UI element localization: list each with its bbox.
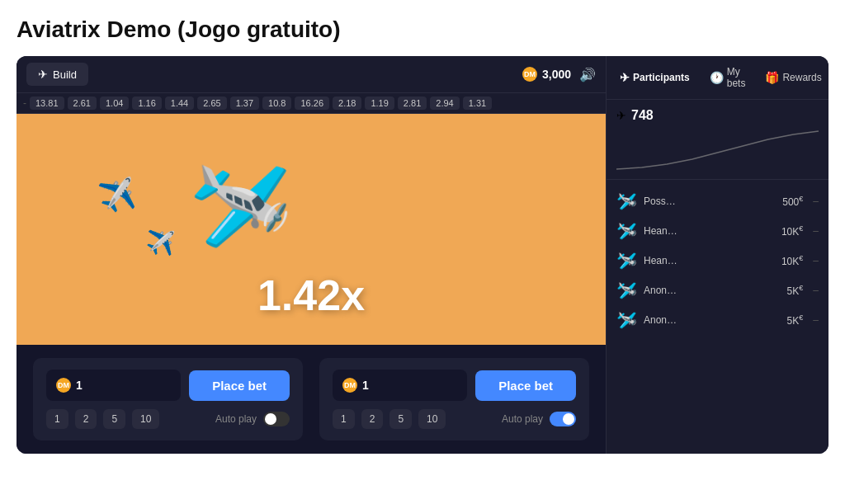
- bet-top-row-1: DM 1 Place bet: [46, 370, 290, 401]
- bet-panel-2: DM 1 Place bet 1 2 5 10 Auto play: [319, 358, 589, 440]
- avatar: 🛩️: [616, 310, 637, 330]
- quick-bet-5-btn[interactable]: 5: [103, 409, 125, 429]
- tab-participants-label: Participants: [633, 72, 690, 83]
- participant-result: –: [813, 225, 819, 237]
- game-container: ✈ Build DM 3,000 🔊 - 13.81 2.61 1.04 1.1…: [17, 56, 828, 454]
- participant-result: –: [813, 195, 819, 207]
- small-plane-1: ✈️: [97, 176, 139, 216]
- auto-play-label-1: Auto play: [215, 413, 257, 425]
- participants-icon: ✈: [620, 71, 630, 84]
- mult-item: 2.94: [430, 97, 459, 110]
- sound-icon[interactable]: 🔊: [579, 67, 596, 82]
- mult-item: 1.04: [100, 97, 129, 110]
- quick-bet-10-btn[interactable]: 10: [132, 409, 159, 429]
- auto-play-toggle-1[interactable]: [263, 412, 290, 426]
- auto-play-label-2: Auto play: [502, 413, 543, 425]
- mult-item: 1.31: [463, 97, 492, 110]
- dm-coin-2: DM: [342, 378, 357, 393]
- participants-count: 748: [631, 108, 654, 123]
- participant-amount: 5K€: [787, 313, 804, 327]
- game-left: ✈ Build DM 3,000 🔊 - 13.81 2.61 1.04 1.1…: [17, 56, 606, 454]
- betting-area: DM 1 Place bet 1 2 5 10 Auto play: [17, 345, 606, 454]
- tab-rewards-label: Rewards: [782, 72, 821, 83]
- tab-participants[interactable]: ✈ Participants: [615, 68, 695, 87]
- chart-area: [616, 130, 819, 171]
- multiplier-display: 1.42x: [257, 271, 365, 320]
- bet-bottom-row-2: 1 2 5 10 Auto play: [333, 409, 576, 429]
- avatar: 🛩️: [616, 251, 637, 271]
- tab-rewards[interactable]: 🎁 Rewards: [760, 68, 826, 87]
- mult-item: 13.81: [30, 97, 64, 110]
- small-plane-2: ✈️: [145, 228, 177, 258]
- bet-amount-2: 1: [362, 379, 369, 392]
- bet-input-2: DM 1: [333, 370, 467, 401]
- participants-chart: ✈ 748: [607, 100, 828, 180]
- participant-result: –: [813, 255, 819, 266]
- list-item: 🛩️ Hean… 10K€ –: [607, 216, 828, 246]
- tab-mybets-label: My bets: [727, 66, 746, 89]
- mult-item: 1.44: [165, 97, 194, 110]
- dm-coin-1: DM: [56, 378, 71, 393]
- mult-item: 2.65: [197, 97, 226, 110]
- mult-item: 10.8: [262, 97, 291, 110]
- game-right: ✈ Participants 🕐 My bets 🎁 Rewards ≡ ✈ 7…: [606, 56, 828, 454]
- build-label: Build: [53, 68, 77, 81]
- mult-item: 1.16: [132, 97, 161, 110]
- mult-item: 2.18: [333, 97, 361, 110]
- mult-dash: -: [23, 97, 26, 109]
- build-button[interactable]: ✈ Build: [26, 63, 88, 86]
- chart-header: ✈ 748: [616, 108, 819, 123]
- bet-bottom-row-1: 1 2 5 10 Auto play: [46, 409, 290, 429]
- bet-input-1: DM 1: [46, 370, 181, 401]
- top-bar-right: DM 3,000 🔊: [522, 67, 596, 82]
- quick-bet-5-btn-2[interactable]: 5: [389, 409, 412, 429]
- avatar: 🛩️: [616, 191, 637, 211]
- mybets-icon: 🕐: [710, 71, 724, 84]
- main-plane: 🛩️: [189, 158, 292, 255]
- bet-panel-1: DM 1 Place bet 1 2 5 10 Auto play: [33, 358, 303, 440]
- list-item: 🛩️ Hean… 10K€ –: [607, 246, 828, 276]
- quick-bet-1-btn[interactable]: 1: [46, 409, 68, 429]
- balance-badge: DM 3,000: [522, 67, 571, 82]
- top-bar: ✈ Build DM 3,000 🔊: [17, 56, 606, 93]
- quick-bet-10-btn-2[interactable]: 10: [418, 409, 446, 429]
- participant-name: Hean…: [644, 255, 775, 266]
- multiplier-bar: - 13.81 2.61 1.04 1.16 1.44 2.65 1.37 10…: [17, 93, 606, 114]
- list-item: 🛩️ Anon… 5K€ –: [607, 305, 828, 335]
- mult-item: 2.81: [398, 97, 427, 110]
- mult-item: 16.26: [295, 97, 329, 110]
- avatar: 🛩️: [616, 280, 637, 300]
- page-title: Aviatrix Demo (Jogo gratuito): [17, 16, 828, 43]
- bet-amount-1: 1: [76, 379, 83, 392]
- rewards-icon: 🎁: [765, 71, 779, 84]
- quick-bet-2-btn-2[interactable]: 2: [361, 409, 384, 429]
- balance-amount: 3,000: [542, 68, 571, 81]
- quick-bet-2-btn[interactable]: 2: [75, 409, 97, 429]
- participant-result: –: [813, 285, 819, 296]
- right-tabs: ✈ Participants 🕐 My bets 🎁 Rewards ≡: [607, 56, 828, 100]
- quick-bet-1-btn-2[interactable]: 1: [333, 409, 355, 429]
- avatar: 🛩️: [616, 221, 637, 241]
- participant-name: Hean…: [644, 225, 775, 237]
- mult-item: 1.19: [365, 97, 394, 110]
- mult-item: 2.61: [68, 97, 97, 110]
- participant-amount: 10K€: [781, 224, 803, 238]
- mult-item: 1.37: [230, 97, 259, 110]
- plane-icon: ✈: [38, 68, 48, 81]
- tab-mybets[interactable]: 🕐 My bets: [705, 63, 751, 92]
- participants-list: 🛩️ Poss… 500€ – 🛩️ Hean… 10K€ – 🛩️ Hean……: [607, 180, 828, 454]
- chart-plane-icon: ✈: [616, 109, 626, 122]
- place-bet-button-1[interactable]: Place bet: [189, 370, 290, 401]
- list-item: 🛩️ Poss… 500€ –: [607, 186, 828, 216]
- game-area: ✈️ ✈️ 🛩️ 1.42x: [17, 114, 606, 345]
- place-bet-button-2[interactable]: Place bet: [475, 370, 576, 401]
- dm-coin: DM: [522, 67, 537, 82]
- auto-play-toggle-2[interactable]: [550, 412, 576, 426]
- participant-name: Anon…: [644, 314, 781, 326]
- participant-amount: 500€: [782, 195, 803, 208]
- participant-result: –: [813, 314, 819, 326]
- participant-name: Poss…: [644, 195, 776, 207]
- participant-name: Anon…: [644, 285, 781, 296]
- participant-amount: 5K€: [787, 284, 804, 297]
- bet-top-row-2: DM 1 Place bet: [333, 370, 576, 401]
